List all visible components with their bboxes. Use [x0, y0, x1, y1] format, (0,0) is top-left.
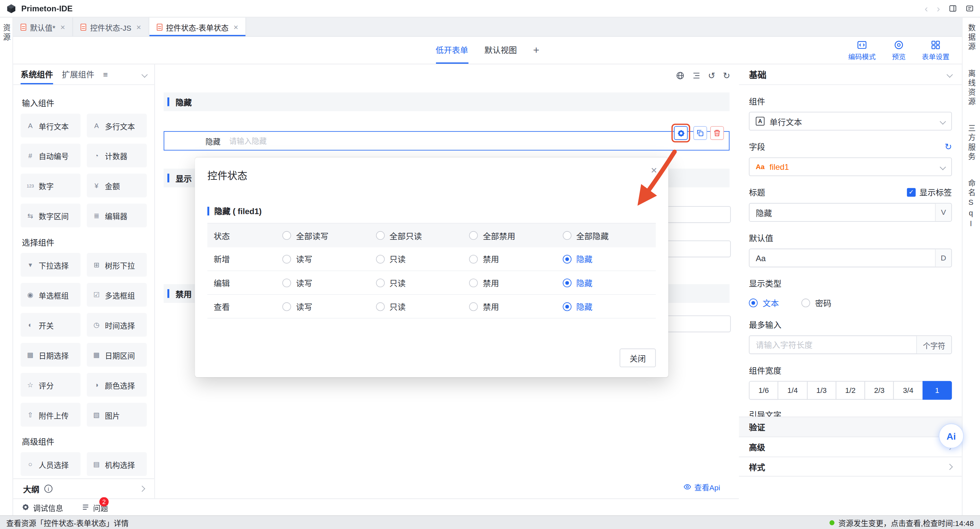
palette-item[interactable]: ◑颜色选择 — [87, 373, 147, 397]
problems-button[interactable]: 问题 2 — [82, 502, 108, 513]
status-right[interactable]: 资源发生变更，点击查看,检查时间:14:48 — [830, 517, 974, 527]
radio-option[interactable]: 读写 — [282, 300, 375, 313]
modal-close-button[interactable]: 关闭 — [620, 349, 656, 367]
form-section-hidden[interactable]: 隐藏 — [164, 92, 730, 111]
outline-bar[interactable]: 大纲 i — [13, 478, 154, 498]
close-icon[interactable]: × — [60, 22, 65, 31]
palette-item[interactable]: ☑多选框组 — [87, 283, 147, 307]
strip-item-offline-resources[interactable]: 离线资源 — [966, 69, 977, 107]
tab-default-view[interactable]: 默认视图 — [484, 37, 517, 64]
view-api-link[interactable]: 查看Api — [683, 481, 720, 492]
palette-item[interactable]: ▾下拉选择 — [21, 253, 81, 276]
tab-control-state-form-state[interactable]: 控件状态-表单状态 × — [149, 17, 246, 36]
field-select[interactable]: Aa filed1 — [749, 157, 952, 176]
default-value-input[interactable] — [756, 253, 930, 262]
field-copy-button[interactable] — [694, 126, 707, 140]
tab-low-code-form[interactable]: 低开表单 — [436, 37, 468, 64]
radio-option[interactable]: 禁用 — [469, 253, 562, 265]
section-validate[interactable]: 验证 — [739, 416, 962, 437]
palette-item[interactable]: ≣编辑器 — [87, 203, 147, 227]
tab-control-state-js[interactable]: 控件状态-JS × — [73, 17, 150, 36]
palette-item[interactable]: ☆评分 — [21, 373, 81, 397]
radio-option-password[interactable]: 密码 — [801, 297, 831, 308]
component-select[interactable]: A 单行文本 — [749, 112, 952, 130]
radio-option[interactable]: 只读 — [375, 277, 469, 289]
close-icon[interactable]: × — [234, 22, 238, 31]
close-icon[interactable]: × — [651, 164, 657, 176]
palette-item[interactable]: ⊞树形下拉 — [87, 253, 147, 276]
tab-default-value[interactable]: 默认值* × — [13, 17, 73, 36]
title-input[interactable] — [756, 208, 930, 217]
palette-item[interactable]: ▤机构选择 — [87, 452, 147, 476]
forward-icon[interactable]: › — [937, 3, 940, 13]
width-option[interactable]: 1/4 — [778, 381, 808, 400]
palette-item[interactable]: ◐开关 — [21, 313, 81, 337]
palette-item[interactable]: ¥金额 — [87, 174, 147, 197]
feedback-icon[interactable] — [966, 4, 974, 12]
tab-extended-components[interactable]: 扩展组件 — [62, 64, 94, 84]
palette-item[interactable]: ▧图片 — [87, 403, 147, 427]
radio-option-selected[interactable]: 隐藏 — [562, 253, 656, 265]
back-icon[interactable]: ‹ — [924, 3, 928, 13]
globe-icon[interactable] — [675, 71, 684, 80]
chevron-down-icon[interactable] — [142, 71, 148, 78]
field-delete-button[interactable] — [710, 126, 724, 140]
redo-icon[interactable]: ↻ — [723, 71, 730, 81]
width-option-selected[interactable]: 1 — [922, 381, 952, 400]
show-label-checkbox[interactable]: ✓ 显示标签 — [907, 186, 952, 198]
outline-tree-icon[interactable] — [692, 71, 700, 80]
radio-option-all-disabled[interactable]: 全部禁用 — [469, 229, 562, 241]
strip-item-datasource[interactable]: 数据源 — [966, 24, 977, 52]
palette-item[interactable]: ◉单选框组 — [21, 283, 81, 307]
radio-option-all-hidden[interactable]: 全部隐藏 — [562, 229, 656, 241]
field-input[interactable] — [229, 137, 729, 145]
inspector-header[interactable]: 基础 — [739, 64, 962, 85]
palette-item[interactable]: A单行文本 — [21, 114, 81, 137]
tab-system-components[interactable]: 系统组件 — [21, 64, 53, 84]
debug-info-button[interactable]: 调试信息 — [22, 502, 64, 513]
palette-item[interactable]: ⇧附件上传 — [21, 403, 81, 427]
width-option[interactable]: 1/2 — [835, 381, 865, 400]
palette-item[interactable]: ▦日期区间 — [87, 343, 147, 367]
undo-icon[interactable]: ↺ — [708, 71, 716, 81]
field-settings-button[interactable] — [674, 126, 687, 140]
width-option[interactable]: 3/4 — [893, 381, 923, 400]
radio-option[interactable]: 禁用 — [469, 277, 562, 289]
strip-item-named-sql[interactable]: 命名Sql — [966, 179, 977, 230]
palette-item[interactable]: ○人员选择 — [21, 452, 81, 476]
radio-option[interactable]: 只读 — [375, 253, 469, 265]
list-layout-icon[interactable]: ≡ — [103, 70, 108, 79]
radio-option[interactable]: 只读 — [375, 300, 469, 313]
palette-item[interactable]: ⇆数字区间 — [21, 203, 81, 227]
palette-item[interactable]: A多行文本 — [87, 114, 147, 137]
variable-suffix-button[interactable]: V — [935, 203, 951, 221]
strip-item-resources[interactable]: 资源 — [1, 24, 12, 42]
add-view-button[interactable]: + — [533, 44, 539, 56]
width-option[interactable]: 1/3 — [807, 381, 836, 400]
section-style[interactable]: 样式 — [739, 457, 962, 477]
width-option[interactable]: 1/6 — [749, 381, 778, 400]
max-length-input[interactable] — [756, 340, 913, 349]
palette-item[interactable]: ◷时间选择 — [87, 313, 147, 337]
layout-icon[interactable] — [949, 4, 957, 12]
radio-option-text[interactable]: 文本 — [749, 297, 779, 308]
radio-option-selected[interactable]: 隐藏 — [562, 300, 656, 313]
radio-option[interactable]: 读写 — [282, 277, 375, 289]
radio-option[interactable]: 读写 — [282, 253, 375, 265]
radio-option-selected[interactable]: 隐藏 — [562, 277, 656, 289]
selected-field-row[interactable]: 隐藏 — [164, 131, 730, 151]
radio-option[interactable]: 禁用 — [469, 300, 562, 313]
form-settings-button[interactable]: 表单设置 — [922, 40, 949, 61]
width-option[interactable]: 2/3 — [865, 381, 894, 400]
palette-item[interactable]: #自动编号 — [21, 144, 81, 167]
section-advanced[interactable]: 高级 — [739, 437, 962, 457]
code-mode-button[interactable]: 编码模式 — [848, 40, 876, 61]
radio-option-all-readwrite[interactable]: 全部读写 — [282, 229, 375, 241]
strip-item-third-party-services[interactable]: 三方服务 — [966, 124, 977, 162]
radio-option-all-readonly[interactable]: 全部只读 — [375, 229, 469, 241]
close-icon[interactable]: × — [137, 22, 141, 31]
palette-item[interactable]: 123数字 — [21, 174, 81, 197]
palette-item[interactable]: ◔计数器 — [87, 144, 147, 167]
preview-button[interactable]: 预览 — [892, 40, 905, 61]
palette-item[interactable]: ▦日期选择 — [21, 343, 81, 367]
